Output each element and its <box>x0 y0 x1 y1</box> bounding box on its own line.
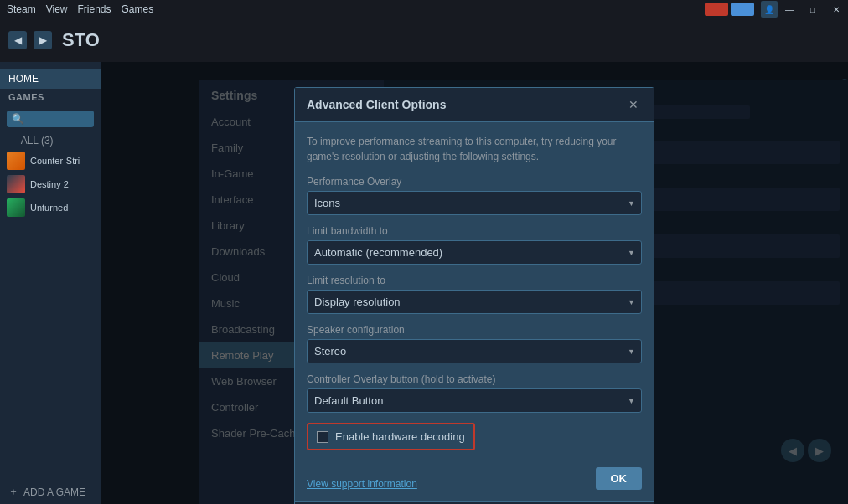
menu-friends[interactable]: Friends <box>77 3 111 15</box>
limit-bandwidth-label: Limit bandwidth to <box>307 225 642 237</box>
support-link[interactable]: View support information <box>307 478 417 490</box>
limit-resolution-label: Limit resolution to <box>307 275 642 286</box>
controller-overlay-label: Controller Overlay button (hold to activ… <box>307 373 642 385</box>
controller-overlay-group: Controller Overlay button (hold to activ… <box>307 373 642 413</box>
performance-overlay-select-wrapper: IconsMinimalFullOff <box>307 191 642 215</box>
avatar-btn[interactable]: 👤 <box>761 1 778 18</box>
sidebar-item-home[interactable]: HOME <box>0 69 101 89</box>
add-icon: ＋ <box>8 485 18 499</box>
steam-topbar: ◀ ▶ STO <box>0 18 848 62</box>
limit-bandwidth-group: Limit bandwidth to Automatic (recommende… <box>307 225 642 265</box>
add-game-label: ADD A GAME <box>23 486 85 498</box>
hardware-decoding-group: Enable hardware decoding <box>307 423 642 450</box>
menu-games[interactable]: Games <box>122 3 154 15</box>
speaker-config-label: Speaker configuration <box>307 324 642 336</box>
hardware-decoding-label[interactable]: Enable hardware decoding <box>307 423 475 450</box>
cs-icon <box>7 152 25 170</box>
main-layout: HOME GAMES — ALL (3) Counter-Stri Destin… <box>0 62 848 504</box>
menu-view[interactable]: View <box>46 3 68 15</box>
add-game-button[interactable]: ＋ ADD A GAME <box>0 480 101 504</box>
modal-body: To improve performance streaming to this… <box>295 122 654 501</box>
hardware-decoding-checkbox[interactable] <box>317 431 328 443</box>
menubar: Steam View Friends Games 👤 — □ ✕ <box>0 0 848 18</box>
advanced-client-options-dialog: Advanced Client Options ✕ To improve per… <box>294 87 654 504</box>
limit-resolution-select[interactable]: Display resolution720p1080p4K <box>307 290 642 314</box>
window-controls: 👤 — □ ✕ <box>705 0 848 18</box>
page-title: STO <box>62 29 100 51</box>
all-games-label[interactable]: — ALL (3) <box>0 132 101 149</box>
speaker-config-group: Speaker configuration Stereo5.1 Surround… <box>307 324 642 363</box>
hardware-decoding-text: Enable hardware decoding <box>335 430 465 443</box>
menu-steam[interactable]: Steam <box>7 3 36 15</box>
limit-resolution-select-wrapper: Display resolution720p1080p4K <box>307 290 642 314</box>
modal-close-button[interactable]: ✕ <box>625 96 642 113</box>
destiny-icon <box>7 175 25 193</box>
performance-overlay-group: Performance Overlay IconsMinimalFullOff <box>307 176 642 215</box>
games-section-label: GAMES <box>0 89 101 105</box>
steam-btn-blue[interactable] <box>731 3 754 16</box>
game-name-unturned: Unturned <box>30 203 68 213</box>
modal-header: Advanced Client Options ✕ <box>295 88 654 122</box>
steam-btn-red[interactable] <box>705 3 728 16</box>
search-input[interactable] <box>7 111 94 127</box>
limit-resolution-group: Limit resolution to Display resolution72… <box>307 275 642 314</box>
speaker-config-select[interactable]: Stereo5.1 Surround7.1 Surround <box>307 339 642 363</box>
game-item-destiny[interactable]: Destiny 2 <box>0 172 101 196</box>
unturned-icon <box>7 198 25 217</box>
game-name-cs: Counter-Stri <box>30 156 80 166</box>
back-button[interactable]: ◀ <box>8 31 27 49</box>
modal-backdrop: Advanced Client Options ✕ To improve per… <box>101 62 848 504</box>
content-area: Settings Account Family In-Game Interfac… <box>101 62 848 504</box>
game-item-counter-strike[interactable]: Counter-Stri <box>0 149 101 172</box>
performance-overlay-label: Performance Overlay <box>307 176 642 188</box>
modal-title: Advanced Client Options <box>307 98 446 111</box>
sidebar: HOME GAMES — ALL (3) Counter-Stri Destin… <box>0 62 101 504</box>
modal-ok-button-inner[interactable]: OK <box>596 467 643 490</box>
limit-bandwidth-select-wrapper: Automatic (recommended)1 Mbps3 Mbps5 Mbp… <box>307 240 642 265</box>
controller-overlay-select[interactable]: Default ButtonNoneLeft BumperRight Bumpe… <box>307 388 642 413</box>
game-item-unturned[interactable]: Unturned <box>0 196 101 219</box>
game-name-destiny: Destiny 2 <box>30 179 69 189</box>
modal-footer-inner: View support information OK <box>307 467 642 490</box>
modal-description: To improve performance streaming to this… <box>307 134 642 164</box>
controller-overlay-select-wrapper: Default ButtonNoneLeft BumperRight Bumpe… <box>307 388 642 413</box>
minimize-button[interactable]: — <box>778 0 801 18</box>
forward-button[interactable]: ▶ <box>34 31 52 49</box>
speaker-config-select-wrapper: Stereo5.1 Surround7.1 Surround <box>307 339 642 363</box>
close-button[interactable]: ✕ <box>825 0 848 18</box>
limit-bandwidth-select[interactable]: Automatic (recommended)1 Mbps3 Mbps5 Mbp… <box>307 240 642 265</box>
maximize-button[interactable]: □ <box>801 0 825 18</box>
performance-overlay-select[interactable]: IconsMinimalFullOff <box>307 191 642 215</box>
